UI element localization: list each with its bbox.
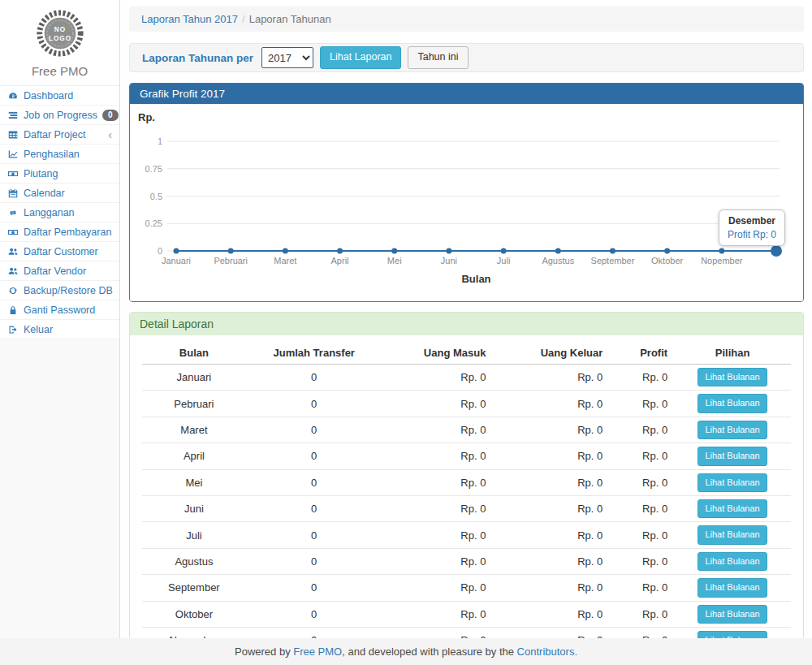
calendar-icon xyxy=(7,188,19,198)
cell-uang-keluar: Rp. 0 xyxy=(492,443,609,469)
brand-name: Free PMO xyxy=(32,64,88,78)
cell-uang-keluar: Rp. 0 xyxy=(492,601,609,627)
sidebar-item-label: Backup/Restore DB xyxy=(24,285,113,296)
svg-text:Bulan: Bulan xyxy=(461,273,490,285)
sidebar-item-keluar[interactable]: Keluar xyxy=(0,320,119,339)
lihat-bulanan-button[interactable]: Lihat Bulanan xyxy=(698,421,767,439)
sidebar-item-daftar-vendor[interactable]: Daftar Vendor xyxy=(0,261,119,281)
sidebar-item-job-on-progress[interactable]: Job on Progress0 xyxy=(0,106,119,125)
sidebar-item-label: Langganan xyxy=(24,207,75,218)
chart-tooltip: Desember Profit Rp: 0 xyxy=(719,209,785,246)
chevron-left-icon: ‹ xyxy=(108,129,112,140)
cell-profit: Rp. 0 xyxy=(609,627,674,638)
lihat-bulanan-button[interactable]: Lihat Bulanan xyxy=(698,447,767,465)
breadcrumb-link[interactable]: Laporan Tahun 2017 xyxy=(141,13,238,25)
sidebar-item-dashboard[interactable]: Dashboard xyxy=(0,86,119,106)
column-header-uang-masuk: Uang Masuk xyxy=(382,342,493,365)
users-icon xyxy=(7,247,19,257)
sidebar-item-label: Calendar xyxy=(24,188,65,199)
cell-profit: Rp. 0 xyxy=(609,575,674,601)
table-row: Agustus0Rp. 0Rp. 0Rp. 0Lihat Bulanan xyxy=(142,548,791,574)
cell-profit: Rp. 0 xyxy=(609,417,674,443)
cell-jumlah-transfer: 0 xyxy=(246,495,382,521)
table-row: Juni0Rp. 0Rp. 0Rp. 0Lihat Bulanan xyxy=(142,495,791,521)
svg-text:Mei: Mei xyxy=(387,256,402,266)
lihat-bulanan-button[interactable]: Lihat Bulanan xyxy=(698,605,767,624)
svg-text:0.75: 0.75 xyxy=(145,164,162,174)
lihat-bulanan-button[interactable]: Lihat Bulanan xyxy=(698,473,767,492)
cell-uang-keluar: Rp. 0 xyxy=(492,522,609,548)
svg-text:NO: NO xyxy=(54,26,65,33)
cell-profit: Rp. 0 xyxy=(609,522,674,548)
lihat-bulanan-button[interactable]: Lihat Bulanan xyxy=(698,631,767,638)
cell-uang-masuk: Rp. 0 xyxy=(382,495,493,521)
sidebar-item-label: Piutang xyxy=(24,168,58,179)
svg-text:Pebruari: Pebruari xyxy=(214,256,248,266)
contributors-link[interactable]: Contributors. xyxy=(517,646,577,658)
cell-profit: Rp. 0 xyxy=(609,601,674,627)
tooltip-title: Desember xyxy=(728,215,776,227)
svg-text:Oktober: Oktober xyxy=(651,256,683,266)
free-pmo-link[interactable]: Free PMO xyxy=(293,646,342,658)
cell-profit: Rp. 0 xyxy=(609,548,674,574)
cell-pilihan: Lihat Bulanan xyxy=(674,548,791,574)
lihat-bulanan-button[interactable]: Lihat Bulanan xyxy=(698,578,767,597)
column-header-pilihan: Pilihan xyxy=(674,342,791,365)
cell-uang-masuk: Rp. 0 xyxy=(382,365,493,391)
lihat-bulanan-button[interactable]: Lihat Bulanan xyxy=(698,368,767,386)
cell-pilihan: Lihat Bulanan xyxy=(674,575,791,601)
cell-bulan: Mei xyxy=(142,469,246,495)
sidebar-item-daftar-pembayaran[interactable]: Daftar Pembayaran xyxy=(0,222,119,242)
sidebar-item-penghasilan[interactable]: Penghasilan xyxy=(0,145,119,164)
lihat-bulanan-button[interactable]: Lihat Bulanan xyxy=(698,499,767,518)
lihat-laporan-button[interactable]: Lihat Laporan xyxy=(320,46,401,69)
cell-uang-masuk: Rp. 0 xyxy=(382,548,493,574)
year-select[interactable]: 2017 xyxy=(261,47,313,68)
tahun-ini-button[interactable]: Tahun ini xyxy=(408,46,468,69)
sidebar-item-backup-restore-db[interactable]: Backup/Restore DB xyxy=(0,281,119,300)
svg-text:April: April xyxy=(331,256,349,266)
cell-profit: Rp. 0 xyxy=(609,443,674,469)
cell-pilihan: Lihat Bulanan xyxy=(674,417,791,443)
svg-text:Januari: Januari xyxy=(162,256,191,266)
lihat-bulanan-button[interactable]: Lihat Bulanan xyxy=(698,552,767,571)
cell-uang-keluar: Rp. 0 xyxy=(492,391,609,417)
column-header-bulan: Bulan xyxy=(142,342,246,365)
table-row: Pebruari0Rp. 0Rp. 0Rp. 0Lihat Bulanan xyxy=(142,391,791,417)
svg-text:Maret: Maret xyxy=(274,256,296,266)
logo-block: NO LOGO Free PMO xyxy=(0,0,119,85)
table-row: Oktober0Rp. 0Rp. 0Rp. 0Lihat Bulanan xyxy=(142,601,791,627)
cell-uang-masuk: Rp. 0 xyxy=(382,627,493,638)
tooltip-value: Profit Rp: 0 xyxy=(728,229,776,240)
no-logo-badge: NO LOGO xyxy=(35,8,85,58)
breadcrumb: Laporan Tahun 2017/Laporan Tahunan xyxy=(129,6,804,32)
sidebar-item-daftar-customer[interactable]: Daftar Customer xyxy=(0,242,119,261)
cell-bulan: April xyxy=(142,443,246,469)
cell-bulan: Oktober xyxy=(142,601,246,627)
cell-uang-masuk: Rp. 0 xyxy=(382,522,493,548)
cell-jumlah-transfer: 0 xyxy=(246,417,382,443)
sidebar-item-daftar-project[interactable]: Daftar Project‹ xyxy=(0,125,119,145)
detail-laporan-panel: Detail Laporan BulanJumlah TransferUang … xyxy=(129,312,804,638)
sidebar-item-label: Ganti Password xyxy=(24,304,95,316)
cell-uang-masuk: Rp. 0 xyxy=(382,391,493,417)
sidebar: NO LOGO Free PMO DashboardJob on Progres… xyxy=(0,0,120,638)
lihat-bulanan-button[interactable]: Lihat Bulanan xyxy=(698,525,767,544)
sidebar-item-calendar[interactable]: Calendar xyxy=(0,184,119,203)
cell-uang-keluar: Rp. 0 xyxy=(492,627,609,638)
profit-line-chart: Rp.00.250.50.751JanuariPebruariMaretApri… xyxy=(130,104,809,301)
svg-text:0: 0 xyxy=(158,246,162,256)
cell-uang-keluar: Rp. 0 xyxy=(492,548,609,574)
table-row: Nopember0Rp. 0Rp. 0Rp. 0Lihat Bulanan xyxy=(142,627,791,638)
sidebar-item-ganti-password[interactable]: Ganti Password xyxy=(0,300,119,320)
sidebar-item-langganan[interactable]: Langganan xyxy=(0,203,119,222)
cell-jumlah-transfer: 0 xyxy=(246,365,382,391)
cell-uang-keluar: Rp. 0 xyxy=(492,575,609,601)
sidebar-item-label: Daftar Pembayaran xyxy=(24,227,111,238)
lihat-bulanan-button[interactable]: Lihat Bulanan xyxy=(698,394,767,412)
sidebar-item-piutang[interactable]: Piutang xyxy=(0,164,119,184)
dashboard-icon xyxy=(7,91,19,101)
cell-profit: Rp. 0 xyxy=(609,391,674,417)
cell-bulan: Nopember xyxy=(142,627,246,638)
cell-profit: Rp. 0 xyxy=(609,495,674,521)
